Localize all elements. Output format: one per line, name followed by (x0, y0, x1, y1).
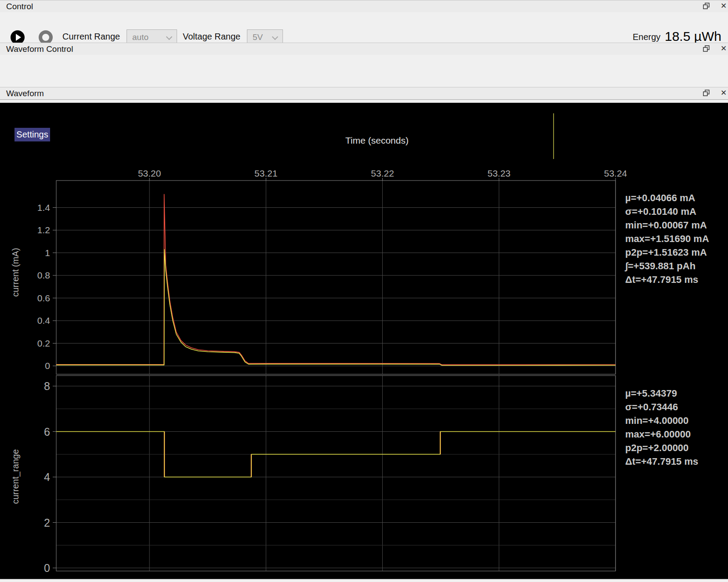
svg-text:1: 1 (45, 248, 50, 258)
stat-line: µ=+5.34379 (625, 387, 727, 400)
svg-text:6: 6 (44, 426, 50, 438)
float-icon[interactable] (703, 2, 710, 10)
control-titlebar[interactable]: Control ✕ (0, 0, 728, 13)
svg-text:0.6: 0.6 (37, 293, 50, 303)
waveform-control-body: Markers: Add Single Add Dual Clear X-Axi… (0, 55, 728, 86)
voltage-range-select: 5V (247, 29, 283, 44)
waveform-settings-button[interactable]: Settings (14, 128, 50, 141)
close-icon[interactable]: ✕ (721, 44, 728, 53)
svg-text:0.4: 0.4 (37, 315, 51, 325)
stat-line: ∫=+539.881 pAh (625, 259, 727, 273)
svg-text:1.2: 1.2 (37, 225, 50, 235)
waveform-control-titlebar[interactable]: Waveform Control ✕ (0, 43, 728, 55)
svg-text:53.21: 53.21 (254, 168, 278, 178)
close-icon[interactable]: ✕ (721, 88, 728, 97)
stats-block-current-range: µ=+5.34379σ=+0.73446min=+4.00000max=+6.0… (625, 387, 727, 468)
stat-line: max=+1.51690 mA (625, 232, 727, 246)
waveform-control-title: Waveform Control (6, 44, 73, 54)
control-panel-body: Current Range auto Voltage Range 5V Ener… (0, 12, 728, 42)
waveform-plot-area[interactable]: 53.2053.2153.2253.2353.2400.20.40.60.811… (0, 103, 728, 579)
waveform-control-window-icons: ✕ (703, 45, 728, 54)
current-range-label: Current Range (62, 32, 120, 42)
stat-line: σ=+0.10140 mA (625, 205, 727, 218)
waveform-titlebar[interactable]: Waveform ✕ (0, 87, 728, 100)
stat-line: max=+6.00000 (625, 427, 727, 441)
float-icon[interactable] (703, 45, 710, 53)
play-icon (16, 34, 21, 41)
svg-text:0.2: 0.2 (37, 338, 50, 348)
svg-text:53.24: 53.24 (604, 168, 627, 178)
float-icon[interactable] (703, 89, 710, 97)
svg-text:1.4: 1.4 (37, 202, 51, 213)
chevron-down-icon (166, 34, 172, 40)
stat-line: Δt=+47.7915 ms (625, 455, 727, 468)
energy-value: 18.5 µWh (665, 29, 721, 44)
svg-text:Time (seconds): Time (seconds) (345, 135, 409, 145)
svg-text:53.22: 53.22 (371, 168, 394, 178)
svg-text:2: 2 (44, 517, 50, 529)
chevron-down-icon (272, 34, 278, 40)
svg-text:0: 0 (45, 361, 50, 371)
control-window-icons: ✕ (703, 2, 728, 11)
svg-text:53.20: 53.20 (138, 168, 161, 178)
current-range-select: auto (127, 29, 177, 44)
y-axis-label-current: current (mA) (11, 220, 21, 325)
svg-text:8: 8 (44, 380, 50, 392)
stat-line: Δt=+47.7915 ms (625, 273, 727, 286)
svg-text:0: 0 (44, 562, 50, 574)
svg-text:0.8: 0.8 (37, 270, 50, 280)
waveform-title: Waveform (6, 89, 44, 98)
stat-line: σ=+0.73446 (625, 400, 727, 414)
stat-line: min=+0.00067 mA (625, 218, 727, 232)
stats-block-current: µ=+0.04066 mAσ=+0.10140 mAmin=+0.00067 m… (625, 191, 727, 286)
energy-label: Energy (633, 32, 660, 42)
voltage-range-label: Voltage Range (183, 32, 240, 42)
svg-text:53.23: 53.23 (488, 168, 511, 178)
waveform-window-icons: ✕ (703, 89, 728, 98)
app-window: Control ✕ Current Range auto Voltage Ran… (0, 0, 728, 582)
bottom-strip (0, 579, 728, 582)
stat-line: µ=+0.04066 mA (625, 191, 727, 205)
stat-line: p2p=+1.51623 mA (625, 246, 727, 259)
stat-line: p2p=+2.00000 (625, 441, 727, 455)
stat-line: min=+4.00000 (625, 414, 727, 427)
svg-text:4: 4 (44, 471, 50, 483)
close-icon[interactable]: ✕ (721, 1, 728, 10)
control-title: Control (6, 2, 33, 11)
waveform-plot-svg[interactable]: 53.2053.2153.2253.2353.2400.20.40.60.811… (0, 103, 728, 579)
y-axis-label-current-range: current_range (11, 424, 21, 529)
